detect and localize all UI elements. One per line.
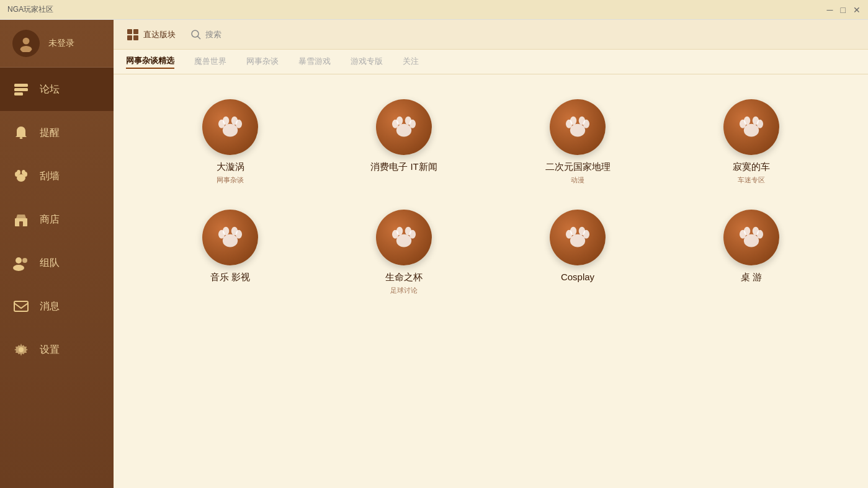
paw-icon-jijude (735, 111, 767, 143)
direct-block-button[interactable]: 直达版块 (126, 28, 176, 42)
sidebar-item-scrape[interactable]: 刮墙 (0, 154, 114, 198)
svg-point-29 (396, 124, 411, 137)
sidebar-nav: 论坛 提醒 (0, 68, 114, 488)
svg-rect-3 (14, 88, 28, 91)
svg-rect-4 (14, 92, 23, 95)
paw-icon (12, 167, 30, 185)
svg-point-22 (192, 30, 199, 37)
card-shengming[interactable]: 生命之杯 足球讨论 (342, 210, 466, 295)
sidebar-item-label-scrape: 刮墙 (40, 170, 60, 183)
card-subtitle-shengming: 足球讨论 (390, 286, 418, 295)
sidebar-item-forum[interactable]: 论坛 (0, 68, 114, 111)
svg-point-14 (22, 258, 27, 263)
svg-point-13 (16, 257, 22, 264)
card-title-erciyuan: 二次元国家地理 (545, 161, 611, 173)
sidebar-item-shop[interactable]: 商店 (0, 198, 114, 241)
tab-youxi[interactable]: 游戏专版 (351, 56, 383, 68)
window-controls: ─ □ ✕ (827, 6, 861, 14)
card-icon-circle-zhuoyou (723, 210, 779, 265)
sidebar-item-team[interactable]: 组队 (0, 241, 114, 285)
svg-point-34 (570, 124, 585, 137)
search-label: 搜索 (205, 29, 221, 40)
sidebar-item-label-team: 组队 (40, 257, 60, 270)
card-yinyue[interactable]: 音乐 影视 (168, 210, 292, 295)
card-title-yinyue: 音乐 影视 (210, 272, 250, 283)
search-icon (190, 29, 202, 40)
card-title-jijude: 寂寞的车 (733, 161, 770, 173)
card-xiaofeidianzin[interactable]: 消费电子 IT新闻 (342, 99, 466, 185)
tab-moshi[interactable]: 魔兽世界 (194, 56, 226, 68)
forum-icon (12, 81, 30, 98)
card-icon-circle-xiaofeidianzin (376, 99, 432, 155)
avatar (12, 30, 40, 57)
svg-point-1 (20, 46, 32, 52)
card-title-xiaofeidianzin: 消费电子 IT新闻 (370, 161, 437, 173)
search-button[interactable]: 搜索 (190, 29, 221, 40)
card-zhuoyou[interactable]: 桌 游 (689, 210, 813, 295)
grid-icon (126, 28, 140, 42)
paw-icon-xiaofeidianzin (388, 111, 420, 143)
svg-point-41 (744, 117, 750, 125)
sidebar-user[interactable]: 未登录 (0, 20, 114, 68)
minimize-button[interactable]: ─ (827, 6, 833, 14)
content-area: 直达版块 搜索 网事杂谈精选 魔兽世界 网事杂谈 暴雪游戏 游戏专版 关注 (114, 20, 868, 488)
card-cosplay[interactable]: Cosplay (516, 210, 640, 295)
close-button[interactable]: ✕ (853, 6, 861, 14)
svg-rect-5 (20, 137, 23, 139)
tab-guanzhu[interactable]: 关注 (403, 56, 419, 68)
bell-icon (12, 124, 30, 141)
sidebar-item-settings[interactable]: 设置 (0, 328, 114, 371)
svg-point-10 (24, 172, 27, 177)
tab-wangshi[interactable]: 网事杂谈 (246, 56, 279, 68)
forum-grid: 大漩涡 网事杂谈 消费电子 IT新闻 (168, 99, 813, 295)
svg-point-26 (223, 117, 229, 125)
svg-point-54 (570, 234, 585, 247)
svg-rect-18 (127, 29, 132, 34)
svg-point-48 (236, 230, 242, 239)
card-jijude[interactable]: 寂寞的车 车迷专区 (689, 99, 813, 185)
card-dawoxuan[interactable]: 大漩涡 网事杂谈 (168, 99, 292, 185)
svg-point-39 (744, 124, 759, 137)
svg-rect-16 (14, 301, 28, 311)
sidebar-item-reminder[interactable]: 提醒 (0, 111, 114, 154)
sidebar-item-label-settings: 设置 (40, 344, 60, 357)
team-icon (12, 254, 30, 272)
card-icon-circle-erciyuan (550, 99, 606, 155)
sidebar-item-label-message: 消息 (40, 300, 60, 313)
svg-line-23 (198, 36, 201, 39)
svg-point-0 (23, 38, 30, 45)
shop-icon (12, 211, 30, 228)
svg-point-46 (223, 227, 229, 236)
card-icon-circle-yinyue (202, 210, 258, 265)
maximize-button[interactable]: □ (841, 6, 846, 14)
svg-rect-21 (133, 35, 138, 40)
user-name-label: 未登录 (48, 38, 74, 49)
card-title-dawoxuan: 大漩涡 (217, 161, 244, 173)
direct-block-label: 直达版块 (143, 29, 176, 40)
app-body: 未登录 论坛 (0, 20, 868, 488)
svg-point-63 (757, 230, 763, 239)
svg-point-24 (223, 124, 238, 137)
sidebar-item-message[interactable]: 消息 (0, 285, 114, 328)
svg-rect-20 (127, 35, 132, 40)
card-title-shengming: 生命之杯 (385, 272, 423, 283)
message-icon (12, 298, 30, 315)
tabs-bar: 网事杂谈精选 魔兽世界 网事杂谈 暴雪游戏 游戏专版 关注 (114, 50, 868, 74)
sidebar: 未登录 论坛 (0, 20, 114, 488)
tab-wangshi-selected[interactable]: 网事杂谈精选 (126, 55, 174, 69)
svg-point-58 (583, 230, 589, 239)
toolbar: 直达版块 搜索 (114, 20, 868, 50)
svg-point-33 (409, 120, 416, 128)
paw-icon-shengming (388, 221, 420, 254)
user-icon (17, 35, 35, 52)
svg-point-61 (744, 227, 750, 236)
svg-point-44 (223, 234, 238, 247)
svg-point-36 (570, 117, 576, 125)
paw-icon-erciyuan (562, 111, 594, 143)
paw-icon-dawoxuan (214, 111, 246, 143)
card-erciyuan[interactable]: 二次元国家地理 动漫 (516, 99, 640, 185)
tab-baoyu[interactable]: 暴雪游戏 (298, 56, 331, 68)
card-subtitle-erciyuan: 动漫 (571, 175, 584, 185)
card-title-cosplay: Cosplay (561, 272, 594, 282)
svg-point-31 (396, 117, 403, 125)
